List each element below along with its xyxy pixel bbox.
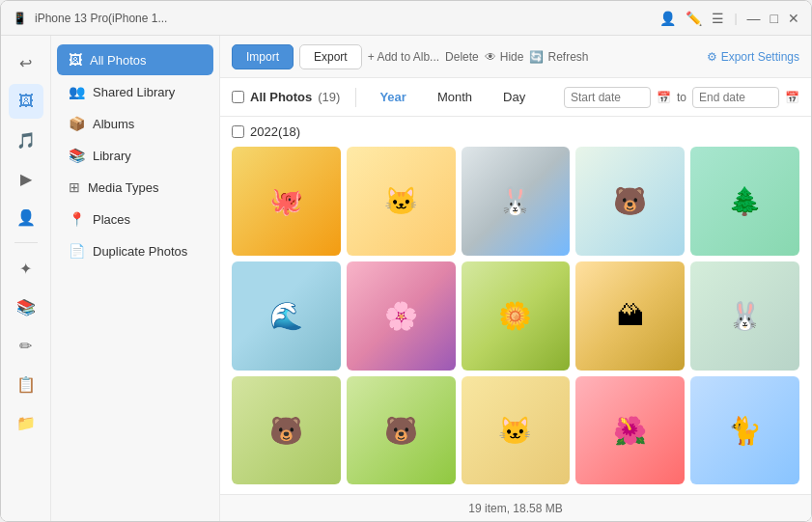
all-photos-icon: 🖼	[69, 52, 82, 68]
sidebar-item-shared-library[interactable]: 👥 Shared Library	[57, 76, 213, 107]
sidebar-item-albums[interactable]: 📦 Albums	[57, 108, 213, 139]
photo-thumb[interactable]: 🐈	[690, 376, 799, 485]
icon-bar-tools[interactable]: ✏	[9, 328, 43, 363]
edit-icon[interactable]: ✏️	[686, 11, 702, 26]
photo-content: 🐈	[690, 376, 799, 485]
maximize-button[interactable]: □	[770, 11, 778, 26]
sidebar-item-duplicate-photos[interactable]: 📄 Duplicate Photos	[57, 235, 213, 266]
refresh-button[interactable]: 🔄 Refresh	[529, 50, 588, 64]
year-group-2022: 2022(18) 🐙 🐱 🐰	[232, 124, 799, 484]
year-label: 2022(18)	[250, 124, 300, 139]
icon-bar-music[interactable]: 🎵	[9, 123, 43, 157]
menu-icon[interactable]: ☰	[712, 11, 724, 26]
calendar-icon-end[interactable]: 📅	[785, 91, 799, 104]
icon-bar-video[interactable]: ▶	[9, 161, 43, 196]
delete-button[interactable]: Delete	[445, 50, 479, 64]
photo-thumb[interactable]: 🐰	[690, 261, 799, 371]
export-button[interactable]: Export	[299, 44, 362, 69]
icon-bar-photos[interactable]: 🖼	[9, 84, 43, 119]
minimize-button[interactable]: —	[747, 11, 761, 26]
filter-year[interactable]: Year	[372, 86, 413, 108]
icon-bar-clipboard[interactable]: 📋	[9, 367, 43, 401]
library-icon: 📚	[69, 148, 85, 163]
places-icon: 📍	[69, 211, 85, 227]
sidebar-item-library[interactable]: 📚 Library	[57, 140, 213, 171]
sidebar-item-duplicate-label: Duplicate Photos	[93, 244, 187, 259]
content-area: Import Export + Add to Alb... Delete 👁 H…	[220, 36, 811, 521]
photo-thumb[interactable]: 🐻	[347, 376, 456, 485]
photo-thumb[interactable]: 🐱	[347, 147, 456, 256]
filter-divider	[355, 88, 356, 107]
filter-bar: All Photos (19) Year Month Day 📅 to 📅	[220, 78, 811, 117]
icon-bar-library[interactable]: 📚	[9, 289, 43, 324]
titlebar: 📱 iPhone 13 Pro(iPhone 1... 👤 ✏️ ☰ | — □…	[1, 1, 811, 36]
icon-bar-apps[interactable]: ✦	[9, 251, 43, 286]
titlebar-controls: 👤 ✏️ ☰ | — □ ✕	[659, 11, 799, 26]
icon-bar-contacts[interactable]: 👤	[9, 200, 43, 234]
user-icon[interactable]: 👤	[659, 11, 676, 26]
photo-content: 🐱	[462, 376, 571, 485]
icon-bar-back[interactable]: ↩	[9, 45, 43, 80]
main-layout: ↩ 🖼 🎵 ▶ 👤 ✦ 📚 ✏ 📋 📁 🖼 All Photos 👥 Share…	[1, 36, 811, 521]
phone-icon: 📱	[13, 12, 27, 25]
sidebar: 🖼 All Photos 👥 Shared Library 📦 Albums 📚…	[51, 36, 220, 521]
export-label: Export	[314, 50, 348, 64]
filter-day[interactable]: Day	[495, 86, 533, 108]
photo-content: 🌲	[690, 147, 799, 256]
import-button[interactable]: Import	[232, 44, 294, 69]
status-bar: 19 item, 18.58 MB	[220, 494, 811, 521]
photo-thumb[interactable]: 🐙	[232, 147, 341, 256]
photo-content: 🐻	[347, 376, 456, 485]
sidebar-item-albums-label: Albums	[93, 117, 134, 131]
photo-content: 🐰	[690, 261, 799, 371]
window-title: iPhone 13 Pro(iPhone 1...	[35, 12, 167, 25]
all-photos-checkbox-label[interactable]: All Photos (19)	[232, 90, 340, 104]
add-album-label: + Add to Alb...	[368, 50, 439, 64]
photo-thumb[interactable]: 🐻	[232, 376, 341, 485]
sidebar-item-places-label: Places	[93, 212, 130, 227]
refresh-label: Refresh	[547, 50, 588, 64]
sidebar-item-places[interactable]: 📍 Places	[57, 204, 213, 234]
photo-thumb[interactable]: 🌲	[690, 147, 799, 256]
all-photos-checkbox[interactable]	[232, 91, 244, 103]
icon-bar-folder[interactable]: 📁	[9, 405, 43, 440]
photo-content: 🌼	[462, 261, 571, 371]
close-button[interactable]: ✕	[788, 11, 799, 26]
photo-thumb[interactable]: 🌼	[462, 261, 571, 371]
end-date-input[interactable]	[692, 87, 779, 108]
photo-content: 🌊	[232, 261, 341, 371]
date-filter: 📅 to 📅	[564, 87, 799, 108]
start-date-input[interactable]	[564, 87, 651, 108]
photo-thumb[interactable]: 🐰	[462, 147, 571, 256]
shared-library-icon: 👥	[69, 84, 85, 99]
hide-button[interactable]: 👁 Hide	[485, 50, 524, 64]
photo-thumb[interactable]: 🐻	[575, 147, 685, 256]
export-settings-button[interactable]: ⚙ Export Settings	[707, 50, 799, 64]
photo-content: 🐻	[575, 147, 685, 256]
photo-content: 🐙	[232, 147, 341, 256]
year-checkbox[interactable]	[232, 125, 244, 138]
photo-grid: 🐙 🐱 🐰 🐻 🌲	[232, 147, 799, 484]
all-photos-count: (19)	[318, 90, 340, 104]
photo-thumb[interactable]: 🐱	[462, 376, 571, 485]
sidebar-item-shared-library-label: Shared Library	[93, 85, 175, 99]
icon-bar-divider	[14, 242, 38, 243]
sidebar-item-all-photos[interactable]: 🖼 All Photos	[57, 44, 213, 75]
icon-bar: ↩ 🖼 🎵 ▶ 👤 ✦ 📚 ✏ 📋 📁	[1, 36, 51, 521]
toolbar: Import Export + Add to Alb... Delete 👁 H…	[220, 36, 811, 78]
albums-icon: 📦	[69, 116, 85, 131]
photo-thumb[interactable]: 🌸	[347, 261, 456, 371]
calendar-icon-start[interactable]: 📅	[657, 91, 671, 104]
sidebar-item-media-types[interactable]: ⊞ Media Types	[57, 172, 213, 203]
photo-content: 🐻	[232, 376, 341, 485]
add-to-album-button[interactable]: + Add to Alb...	[368, 50, 439, 64]
delete-label: Delete	[445, 50, 479, 64]
date-to-label: to	[677, 91, 686, 104]
filter-month[interactable]: Month	[430, 86, 480, 108]
year-header: 2022(18)	[232, 124, 799, 139]
separator: |	[734, 12, 737, 25]
photo-thumb[interactable]: 🌊	[232, 261, 341, 371]
photo-thumb[interactable]: 🏔	[575, 261, 685, 371]
sidebar-item-library-label: Library	[93, 149, 131, 163]
photo-thumb[interactable]: 🌺	[575, 376, 685, 485]
